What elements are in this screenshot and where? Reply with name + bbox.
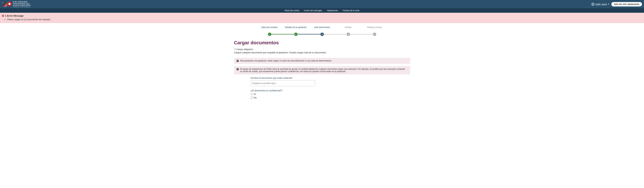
confidential-label: ¿El documento es confidencial?* xyxy=(251,89,315,92)
error-banner: ✕ 1 Error Message Debes cargar un (1) do… xyxy=(0,13,644,23)
user-name: smith, jenny xyxy=(595,3,607,6)
step-upload[interactable]: subir documentos 3 xyxy=(309,26,335,36)
step-review: Revisar y enviar 5 xyxy=(361,26,388,36)
error-item: Debes cargar un (1) documento de respald… xyxy=(7,18,642,21)
svg-point-1 xyxy=(592,4,594,4)
check-icon xyxy=(268,33,271,36)
info-box-2: i El equipo de Apelaciones de FAMLI tien… xyxy=(234,66,410,74)
nav-court-dates[interactable]: Fechas de la corte xyxy=(343,9,360,12)
error-list: Debes cargar un (1) documento de respald… xyxy=(7,18,642,21)
nav-panel[interactable]: Panel de control xyxy=(284,9,299,12)
confidential-radio-group: Sí No xyxy=(251,93,315,99)
logo-area: COLORADO Family and Medical Leave Insura… xyxy=(2,1,30,8)
radio-yes-input[interactable] xyxy=(251,93,253,95)
main-nav: Panel de control Centro de mensajes Apel… xyxy=(0,8,644,13)
form-section: Nombra el documento que estás subiendo* … xyxy=(251,77,315,99)
info-icon: i xyxy=(236,68,239,70)
info-icon: i xyxy=(236,60,239,62)
logo-text: COLORADO Family and Medical Leave Insura… xyxy=(13,1,30,8)
main-content: Cargar documentos *= Campo obligatorio C… xyxy=(231,40,414,106)
required-note: *= Campo obligatorio xyxy=(234,48,410,51)
user-icon xyxy=(591,3,594,6)
check-icon xyxy=(294,33,298,36)
radio-no-input[interactable] xyxy=(251,97,253,99)
user-menu[interactable]: smith, jenny xyxy=(591,3,609,6)
info-box-1: i Para presentar una apelación, debe car… xyxy=(234,58,410,64)
radio-no[interactable]: No xyxy=(251,96,315,99)
app-header: COLORADO Family and Medical Leave Insura… xyxy=(0,0,644,8)
header-right: smith, jenny Salir del sitio rápidamente xyxy=(591,2,642,7)
error-title: 1 Error Message xyxy=(5,15,24,17)
step-details[interactable]: Detalles de la apelación xyxy=(283,26,309,36)
page-title: Cargar documentos xyxy=(234,40,410,45)
nav-appeals[interactable]: Apelaciones xyxy=(327,9,338,12)
intro-text: Cargue cualquier documento que respalde … xyxy=(234,51,410,54)
quick-exit-button[interactable]: Salir del sitio rápidamente xyxy=(611,2,642,7)
doc-name-input[interactable] xyxy=(251,80,315,86)
error-icon: ✕ xyxy=(2,15,4,17)
logo-dept: Department of Labor and Employment xyxy=(13,6,30,8)
doc-name-label: Nombra el documento que estás subiendo* xyxy=(251,77,315,79)
chevron-down-icon xyxy=(608,4,609,5)
logo-icon xyxy=(2,1,12,7)
error-header: ✕ 1 Error Message xyxy=(2,15,642,17)
stepper: Datos de contacto Detalles de la apelaci… xyxy=(0,23,644,40)
radio-yes[interactable]: Sí xyxy=(251,93,315,95)
nav-messages[interactable]: Centro de mensajes xyxy=(304,9,322,12)
step-contact[interactable]: Datos de contacto xyxy=(256,26,283,36)
step-parties: Fiestas 4 xyxy=(335,26,361,36)
logo-sub2: Insurance Program (FAMLI) xyxy=(13,5,30,6)
logo-title: COLORADO xyxy=(13,1,30,3)
